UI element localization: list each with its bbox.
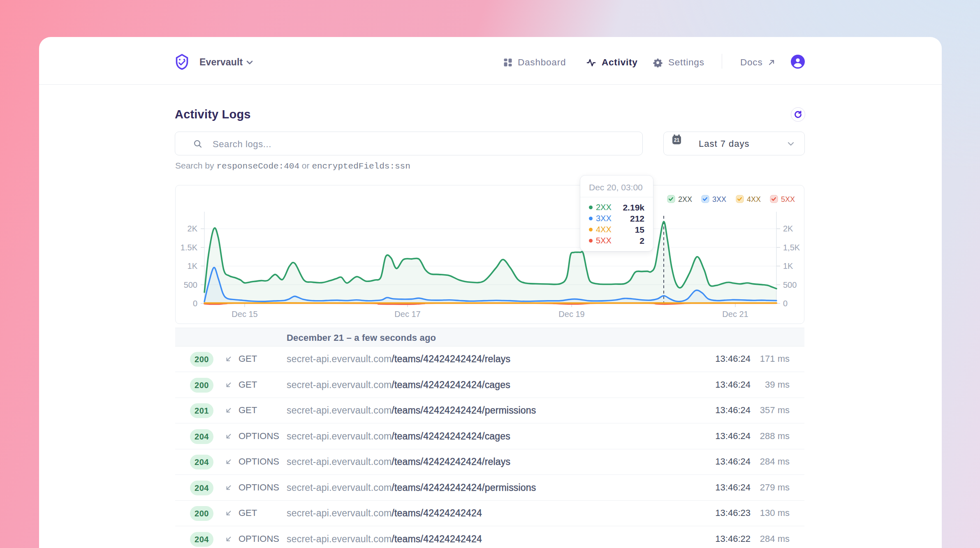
svg-text:1K: 1K [783,261,793,271]
svg-text:Dec 19: Dec 19 [558,310,584,319]
svg-text:Dec 15: Dec 15 [232,310,257,319]
svg-text:500: 500 [184,280,197,289]
svg-text:1,5K: 1,5K [783,243,800,252]
svg-text:0: 0 [193,299,197,308]
svg-text:4XX: 4XX [747,195,761,203]
svg-text:1.5K: 1.5K [181,243,198,252]
svg-text:2XX: 2XX [678,195,692,203]
svg-text:Dec 17: Dec 17 [394,310,420,319]
svg-text:Dec 21: Dec 21 [722,310,748,319]
svg-text:2K: 2K [188,224,198,233]
svg-text:500: 500 [783,280,797,289]
svg-text:5XX: 5XX [781,195,795,203]
svg-text:3XX: 3XX [712,195,726,203]
svg-text:1K: 1K [188,261,198,271]
svg-text:0: 0 [783,299,788,308]
svg-text:2K: 2K [783,224,793,233]
